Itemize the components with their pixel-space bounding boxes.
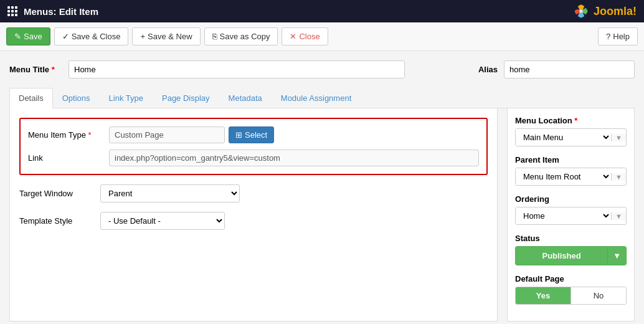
default-page-label: Default Page [515,274,627,284]
main-layout: Menu Item Type * ⊞ Select Link [9,108,635,322]
menu-item-type-control: ⊞ Select [109,126,479,143]
save-icon: ✎ [14,32,21,41]
menu-title-label: Menu Title * [9,65,59,74]
menu-location-select[interactable]: Main Menu [516,129,611,146]
alias-label: Alias [478,65,498,74]
save-label: Save [24,32,42,41]
target-window-select[interactable]: Parent New Window with Navigation New Wi… [100,184,240,202]
top-bar: Menus: Edit Item Joomla! [0,0,644,22]
target-window-row: Target Window Parent New Window with Nav… [19,184,488,202]
menu-location-field: Menu Location * Main Menu ▼ [515,116,627,146]
menu-item-type-input[interactable] [109,126,225,143]
template-style-label: Template Style [19,216,94,226]
main-right-panel: Menu Location * Main Menu ▼ Parent Item [498,108,635,322]
link-row: Link [28,150,479,166]
published-button[interactable]: Published [516,247,607,265]
status-field: Status Published ▼ [515,234,627,265]
tab-options[interactable]: Options [53,88,100,108]
save-copy-label: Save as Copy [220,32,270,41]
save-new-icon: + [140,32,145,41]
status-chevron-icon: ▼ [613,251,621,260]
ordering-select-container: Home ▼ [515,207,627,225]
save-button[interactable]: ✎ Save [6,27,50,45]
target-window-label: Target Window [19,189,94,198]
tab-details[interactable]: Details [9,88,53,108]
menu-location-select-container: Main Menu ▼ [515,128,627,146]
save-new-label: Save & New [148,32,192,41]
menu-title-row: Menu Title * Alias [9,60,635,79]
content-area: Menu Title * Alias Details Options Link … [0,51,644,324]
default-no-button[interactable]: No [571,287,626,304]
joomla-text: Joomla! [594,5,637,18]
save-close-label: Save & Close [72,32,121,41]
tab-module-assignment[interactable]: Module Assignment [272,88,361,108]
joomla-logo-icon [571,1,591,21]
status-dropdown-button[interactable]: ▼ [607,247,626,265]
help-button[interactable]: ? Help [598,27,638,45]
help-icon: ? [606,32,610,41]
right-section: Menu Location * Main Menu ▼ Parent Item [507,108,635,322]
page-title: Menus: Edit Item [24,6,98,17]
alias-input[interactable] [504,60,635,79]
tabs-nav: Details Options Link Type Page Display M… [9,88,635,108]
ordering-select[interactable]: Home [516,207,611,224]
parent-item-select[interactable]: Menu Item Root [516,168,611,185]
link-label: Link [28,153,103,163]
template-style-row: Template Style - Use Default - [19,212,488,230]
main-left-panel: Menu Item Type * ⊞ Select Link [9,108,498,322]
default-page-button-group: Yes No [515,287,627,305]
select-grid-icon: ⊞ [235,130,242,140]
default-yes-button[interactable]: Yes [516,287,571,304]
ordering-chevron-icon: ▼ [611,212,626,220]
link-input[interactable] [109,150,479,166]
save-close-button[interactable]: ✓ Save & Close [54,27,129,45]
ordering-field: Ordering Home ▼ [515,194,627,225]
toolbar: ✎ Save ✓ Save & Close + Save & New ⎘ Sav… [0,22,644,51]
save-new-button[interactable]: + Save & New [132,27,200,45]
tab-page-display[interactable]: Page Display [153,88,219,108]
save-copy-button[interactable]: ⎘ Save as Copy [204,27,278,45]
close-label: Close [299,32,320,41]
help-label: Help [613,32,630,41]
alias-group: Alias [478,60,635,79]
status-button-group: Published ▼ [515,246,627,265]
menu-item-type-panel: Menu Item Type * ⊞ Select Link [19,118,488,175]
status-label: Status [515,234,627,243]
menu-location-chevron-icon: ▼ [611,134,626,141]
top-bar-left: Menus: Edit Item [7,6,98,17]
required-asterisk: * [52,65,55,74]
close-icon: ✕ [290,32,296,41]
menu-title-input[interactable] [69,60,405,79]
joomla-logo: Joomla! [571,1,637,21]
select-label: Select [245,130,267,140]
menu-item-type-label: Menu Item Type * [28,130,103,140]
default-page-field: Default Page Yes No [515,274,627,305]
menu-location-label: Menu Location * [515,116,627,125]
template-style-select[interactable]: - Use Default - [100,212,225,230]
tab-link-type[interactable]: Link Type [100,88,153,108]
parent-item-chevron-icon: ▼ [611,173,626,181]
parent-item-field: Parent Item Menu Item Root ▼ [515,155,627,186]
ordering-label: Ordering [515,194,627,204]
close-button[interactable]: ✕ Close [282,27,328,45]
select-button[interactable]: ⊞ Select [229,126,274,143]
save-copy-icon: ⎘ [212,32,217,41]
tab-metadata[interactable]: Metadata [219,88,272,108]
grid-icon[interactable] [7,6,17,16]
parent-item-label: Parent Item [515,155,627,164]
menu-item-type-row: Menu Item Type * ⊞ Select [28,126,479,143]
parent-item-select-container: Menu Item Root ▼ [515,168,627,186]
save-close-icon: ✓ [62,32,69,41]
